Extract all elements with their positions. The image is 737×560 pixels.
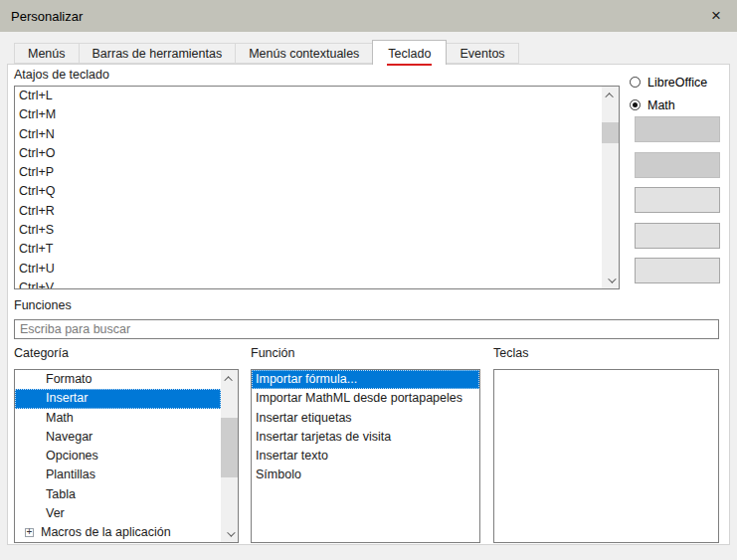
scrollbar-thumb[interactable] xyxy=(221,418,238,477)
tab[interactable]: Menús xyxy=(14,43,80,64)
shortcut-item-label: Ctrl+O xyxy=(19,146,55,160)
expand-icon[interactable] xyxy=(25,528,34,537)
function-column-label: Función xyxy=(251,346,294,360)
shortcut-item[interactable]: Ctrl+U xyxy=(15,260,602,279)
tab[interactable]: Menús contextuales xyxy=(235,43,373,64)
action-button-column xyxy=(635,116,720,283)
category-item-label: Plantillas xyxy=(46,467,95,481)
shortcut-item-label: Ctrl+S xyxy=(19,223,54,237)
keys-list xyxy=(493,369,719,543)
scroll-down-icon[interactable] xyxy=(602,272,619,288)
function-item[interactable]: Importar fórmula... xyxy=(252,370,479,389)
tab[interactable]: Teclado xyxy=(372,40,447,65)
category-item-label: Ver xyxy=(46,506,65,520)
keys-column-label: Teclas xyxy=(493,346,528,360)
function-item-label: Símbolo xyxy=(256,467,301,481)
shortcut-list: Ctrl+L Ctrl+M Ctrl+N Ctrl+O Ctrl+P Ctrl+… xyxy=(14,86,620,289)
tab[interactable]: Barras de herramientas xyxy=(79,43,237,64)
shortcut-item[interactable]: Ctrl+L xyxy=(15,87,602,105)
window-title: Personalizar xyxy=(11,9,83,24)
chevron-down-icon xyxy=(608,275,616,282)
category-item[interactable]: Macros de la aplicación xyxy=(15,523,221,542)
category-item[interactable]: Tabla xyxy=(15,485,221,504)
shortcut-item[interactable]: Ctrl+P xyxy=(15,163,602,182)
chevron-up-icon xyxy=(605,93,613,100)
tab-label: Menús xyxy=(28,47,66,61)
vertical-scrollbar[interactable] xyxy=(221,370,238,542)
category-item[interactable]: Ver xyxy=(15,504,221,523)
action-button[interactable] xyxy=(635,258,720,283)
category-item-label: Navegar xyxy=(46,430,92,444)
shortcut-item-label: Ctrl+N xyxy=(19,127,55,141)
shortcut-item-label: Ctrl+M xyxy=(19,107,56,121)
category-item-label: Macros de la aplicación xyxy=(41,525,171,539)
action-button[interactable] xyxy=(635,223,720,249)
scroll-up-icon[interactable] xyxy=(221,370,238,387)
function-item[interactable]: Insertar etiquetas xyxy=(252,409,479,428)
scope-radio[interactable]: Math xyxy=(630,93,707,116)
function-item-label: Insertar etiquetas xyxy=(256,411,352,425)
function-rows: Importar fórmula... Importar MathML desd… xyxy=(252,370,479,542)
function-item[interactable]: Importar MathML desde portapapeles xyxy=(252,389,479,408)
category-item-label: Math xyxy=(46,411,74,425)
function-item[interactable]: Símbolo xyxy=(252,466,479,484)
scroll-up-icon[interactable] xyxy=(602,87,619,103)
function-item-label: Insertar tarjetas de visita xyxy=(256,430,391,444)
function-item-label: Importar fórmula... xyxy=(256,372,357,386)
scroll-down-icon[interactable] xyxy=(221,525,238,542)
function-item[interactable]: Insertar texto xyxy=(252,447,479,466)
radio-icon xyxy=(630,77,641,88)
shortcut-item-label: Ctrl+T xyxy=(19,242,53,256)
shortcut-item-label: Ctrl+Q xyxy=(19,184,55,198)
category-item-label: Formato xyxy=(46,372,92,386)
scope-radio-group: LibreOffice Math xyxy=(630,71,707,116)
category-item[interactable]: Formato xyxy=(15,370,221,389)
title-bar: Personalizar × xyxy=(0,0,737,32)
close-icon[interactable]: × xyxy=(695,0,737,32)
search-input[interactable] xyxy=(14,319,719,339)
chevron-up-icon xyxy=(224,376,232,384)
shortcut-item[interactable]: Ctrl+Q xyxy=(15,182,602,201)
shortcut-item-label: Ctrl+V xyxy=(19,280,54,289)
action-button[interactable] xyxy=(635,152,720,178)
category-item-label: Insertar xyxy=(46,391,88,405)
category-list: Formato Insertar Math Navegar Opciones P… xyxy=(14,369,239,543)
category-item[interactable]: Opciones xyxy=(15,447,221,466)
shortcut-item-label: Ctrl+P xyxy=(19,165,54,179)
shortcut-item[interactable]: Ctrl+N xyxy=(15,125,602,144)
tab-page-teclado: Atajos de teclado Ctrl+L Ctrl+M Ctrl+N C… xyxy=(7,64,730,545)
function-item-label: Insertar texto xyxy=(256,449,328,463)
category-item[interactable]: Math xyxy=(15,409,221,428)
shortcut-item[interactable]: Ctrl+O xyxy=(15,144,602,163)
category-item[interactable]: Navegar xyxy=(15,428,221,447)
category-rows: Formato Insertar Math Navegar Opciones P… xyxy=(15,370,221,542)
shortcut-item[interactable]: Ctrl+T xyxy=(15,240,602,259)
scope-radio[interactable]: LibreOffice xyxy=(630,71,707,93)
scope-radio-label: Math xyxy=(647,98,675,112)
action-button[interactable] xyxy=(635,187,720,213)
dialog-body: Menús Barras de herramientas Menús conte… xyxy=(0,32,737,560)
scope-radio-label: LibreOffice xyxy=(647,76,707,90)
category-item[interactable]: Plantillas xyxy=(15,466,221,484)
customize-dialog: Personalizar × Menús Barras de herramien… xyxy=(0,0,737,560)
shortcut-item-label: Ctrl+R xyxy=(19,204,55,218)
shortcut-item[interactable]: Ctrl+S xyxy=(15,221,602,240)
shortcut-rows: Ctrl+L Ctrl+M Ctrl+N Ctrl+O Ctrl+P Ctrl+… xyxy=(15,87,602,288)
functions-section-label: Funciones xyxy=(14,298,72,312)
tab[interactable]: Eventos xyxy=(446,43,518,64)
tab-label: Menús contextuales xyxy=(249,47,359,61)
category-item-label: Tabla xyxy=(46,487,76,501)
shortcut-item-label: Ctrl+U xyxy=(19,262,55,276)
scrollbar-thumb[interactable] xyxy=(602,122,619,143)
tab-label: Barras de herramientas xyxy=(92,47,223,61)
shortcut-item[interactable]: Ctrl+V xyxy=(15,279,602,289)
tab-label: Teclado xyxy=(387,47,432,66)
shortcut-item[interactable]: Ctrl+M xyxy=(15,105,602,124)
shortcuts-label: Atajos de teclado xyxy=(14,68,109,82)
vertical-scrollbar[interactable] xyxy=(602,87,619,288)
shortcut-item[interactable]: Ctrl+R xyxy=(15,202,602,221)
radio-icon xyxy=(630,99,641,110)
category-item[interactable]: Insertar xyxy=(15,389,221,408)
action-button[interactable] xyxy=(635,116,720,142)
function-item[interactable]: Insertar tarjetas de visita xyxy=(252,428,479,447)
